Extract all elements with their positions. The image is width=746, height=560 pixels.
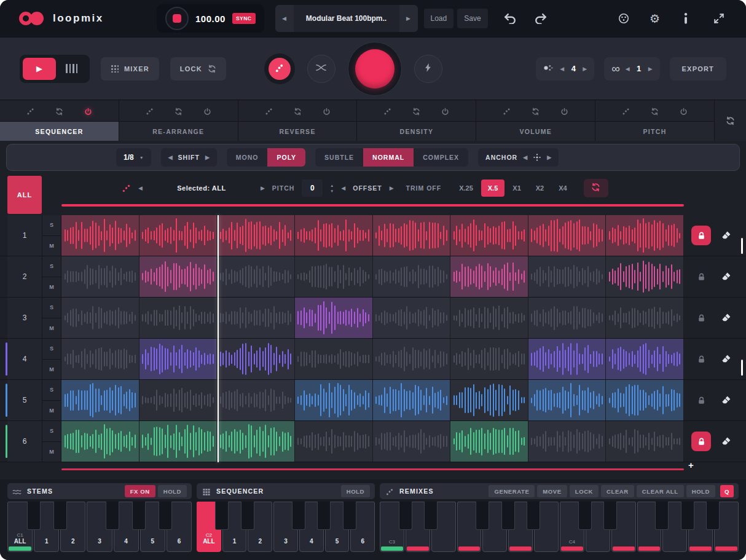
- sync-icon[interactable]: [532, 107, 540, 115]
- piano-black-key[interactable]: [317, 502, 331, 530]
- play-button[interactable]: ▶: [23, 58, 56, 80]
- remix-lock-button[interactable]: LOCK: [570, 485, 599, 497]
- track-number[interactable]: 5: [7, 380, 42, 420]
- export-button[interactable]: EXPORT: [670, 57, 726, 81]
- wave-cell[interactable]: [373, 256, 451, 297]
- dice-icon[interactable]: [26, 107, 34, 115]
- wave-cell[interactable]: [139, 298, 218, 338]
- lock-button[interactable]: [691, 267, 711, 286]
- piano-black-key[interactable]: [655, 502, 669, 530]
- preset-name[interactable]: Modular Beat 100bpm..: [294, 5, 399, 32]
- wave-cell[interactable]: [450, 256, 528, 297]
- tab-density[interactable]: DENSITY: [357, 121, 476, 141]
- wave-cell[interactable]: [373, 421, 451, 462]
- remix-clear-button[interactable]: CLEAR: [601, 485, 634, 497]
- wave-cell[interactable]: [528, 298, 607, 338]
- piano-black-key[interactable]: [292, 502, 305, 530]
- tab-re-arrange[interactable]: RE-ARRANGE: [119, 121, 238, 141]
- add-row-button[interactable]: +: [688, 460, 694, 470]
- wave-cell[interactable]: [61, 421, 139, 462]
- wave-cell[interactable]: [450, 215, 528, 256]
- sync-icon[interactable]: [651, 107, 659, 115]
- wave-cell[interactable]: [217, 298, 295, 338]
- piano-black-key[interactable]: [53, 502, 67, 530]
- power-icon[interactable]: [441, 107, 449, 115]
- wave-cell[interactable]: [528, 339, 607, 379]
- dice-icon[interactable]: [383, 107, 391, 115]
- redo-button[interactable]: [533, 12, 548, 25]
- offset-right-button[interactable]: ▶: [390, 185, 394, 191]
- wave-cell[interactable]: [606, 298, 684, 338]
- speed-x1[interactable]: X1: [506, 179, 527, 197]
- row-rotate-button[interactable]: [584, 179, 608, 197]
- track-number[interactable]: 4: [7, 339, 42, 379]
- shift-left-button[interactable]: ◀: [168, 154, 173, 160]
- wave-cell[interactable]: [217, 421, 295, 462]
- wave-cell[interactable]: [450, 298, 528, 338]
- main-trigger-button[interactable]: [355, 49, 395, 89]
- wave-cell[interactable]: [295, 380, 373, 420]
- solo-button[interactable]: S: [42, 215, 61, 236]
- wave-cell[interactable]: [606, 339, 684, 379]
- trim-toggle[interactable]: TRIM OFF: [406, 184, 442, 192]
- sync-icon[interactable]: [412, 107, 420, 115]
- wave-cell[interactable]: [61, 380, 139, 420]
- power-icon[interactable]: [323, 107, 331, 115]
- solo-button[interactable]: S: [42, 256, 61, 277]
- preset-next-button[interactable]: ▶: [399, 15, 418, 22]
- trigger-fx-button[interactable]: [414, 55, 442, 83]
- speed-x-25[interactable]: X.25: [452, 179, 480, 197]
- piano-black-key[interactable]: [215, 502, 229, 530]
- remix-generate-button[interactable]: GENERATE: [489, 485, 535, 497]
- track-number[interactable]: 1: [7, 215, 42, 256]
- wave-cell[interactable]: [139, 380, 218, 420]
- wave-cell[interactable]: [295, 215, 373, 256]
- loop-next-button[interactable]: ▶: [648, 66, 653, 72]
- wave-cell[interactable]: [61, 298, 139, 338]
- wave-cell[interactable]: [217, 215, 295, 256]
- settings-gear-icon[interactable]: ⚙: [650, 12, 660, 26]
- solo-button[interactable]: S: [42, 380, 61, 401]
- lock-button[interactable]: [691, 349, 711, 369]
- mute-button[interactable]: M: [42, 236, 61, 256]
- wave-cell[interactable]: [295, 421, 373, 462]
- wave-cell[interactable]: [528, 256, 607, 297]
- mute-button[interactable]: M: [42, 318, 61, 339]
- wave-cell[interactable]: [217, 256, 295, 297]
- step-up-icon[interactable]: ▲: [330, 184, 334, 187]
- quantize-button[interactable]: Q: [720, 485, 734, 497]
- complexity-subtle[interactable]: SUBTLE: [315, 148, 363, 167]
- sync-icon[interactable]: [55, 107, 63, 115]
- piano-black-key[interactable]: [578, 502, 592, 530]
- piano-black-key[interactable]: [706, 502, 720, 530]
- resize-icon[interactable]: [712, 12, 726, 25]
- track-number[interactable]: 3: [7, 298, 42, 338]
- wave-cell[interactable]: [61, 215, 139, 256]
- tab-volume[interactable]: VOLUME: [476, 121, 595, 141]
- stems-hold-button[interactable]: HOLD: [158, 485, 187, 497]
- lock-button[interactable]: [691, 432, 711, 451]
- lock-button[interactable]: [691, 390, 711, 410]
- preset-prev-button[interactable]: ◀: [275, 15, 294, 22]
- solo-button[interactable]: S: [42, 339, 61, 360]
- power-icon[interactable]: [680, 107, 688, 115]
- track-number[interactable]: 6: [7, 421, 42, 462]
- wave-cell[interactable]: [528, 215, 607, 256]
- pattern-prev-button[interactable]: ◀: [560, 66, 564, 72]
- randomize-button[interactable]: [264, 53, 295, 84]
- complexity-complex[interactable]: COMPLEX: [414, 148, 468, 167]
- wave-cell[interactable]: [373, 380, 451, 420]
- wave-cell[interactable]: [139, 256, 218, 297]
- selected-next-button[interactable]: ▶: [261, 185, 265, 191]
- solo-button[interactable]: S: [42, 298, 61, 318]
- complexity-normal[interactable]: NORMAL: [363, 148, 414, 167]
- save-button[interactable]: Save: [457, 9, 487, 28]
- eraser-button[interactable]: [721, 436, 732, 447]
- speed-x2[interactable]: X2: [529, 179, 551, 197]
- tab-reverse[interactable]: REVERSE: [238, 121, 357, 141]
- wave-cell[interactable]: [295, 298, 373, 338]
- wave-cell[interactable]: [528, 380, 607, 420]
- keyboard-mode-button[interactable]: [58, 58, 87, 80]
- track-number[interactable]: 2: [7, 256, 42, 297]
- mute-button[interactable]: M: [42, 277, 61, 298]
